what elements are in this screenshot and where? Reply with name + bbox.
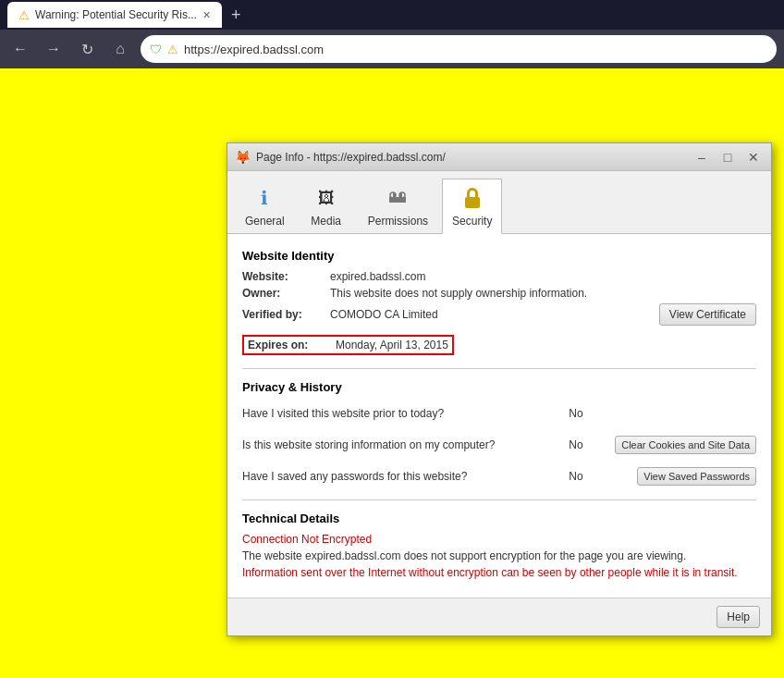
address-bar[interactable]: 🛡 ⚠ https://expired.badssl.com	[141, 35, 777, 63]
privacy-q1: Have I visited this website prior to tod…	[242, 407, 557, 420]
expires-value: Monday, April 13, 2015	[336, 339, 448, 351]
website-row: Website: expired.badssl.com	[242, 270, 756, 283]
expires-box: Expires on: Monday, April 13, 2015	[242, 335, 454, 355]
website-label: Website:	[242, 270, 330, 283]
verified-left: Verified by: COMODO CA Limited	[242, 308, 438, 321]
tab-security[interactable]: Security	[442, 179, 502, 234]
security-icon	[459, 185, 485, 211]
privacy-q3: Have I saved any passwords for this webs…	[242, 470, 557, 483]
active-tab[interactable]: ⚠ Warning: Potential Security Ris... ✕	[7, 2, 222, 28]
page-info-dialog: 🦊 Page Info - https://expired.badssl.com…	[227, 142, 772, 636]
tab-bar: ⚠ Warning: Potential Security Ris... ✕ +	[7, 2, 246, 28]
close-button[interactable]: ✕	[743, 147, 764, 167]
website-identity-title: Website Identity	[242, 249, 756, 263]
privacy-row-1: Have I visited this website prior to tod…	[242, 401, 756, 425]
owner-row: Owner: This website does not supply owne…	[242, 287, 756, 300]
privacy-a2: No	[557, 438, 594, 451]
tab-media[interactable]: 🖼 Media	[299, 179, 354, 233]
verified-label: Verified by:	[242, 308, 330, 321]
url-text: https://expired.badssl.com	[184, 43, 767, 56]
tab-close-button[interactable]: ✕	[202, 9, 211, 21]
browser-content: 🦊 Page Info - https://expired.badssl.com…	[0, 68, 784, 678]
technical-title: Technical Details	[242, 512, 756, 525]
browser-titlebar: ⚠ Warning: Potential Security Ris... ✕ +	[0, 0, 784, 30]
shield-icon: 🛡	[150, 43, 162, 56]
privacy-action-3[interactable]: View Saved Passwords	[594, 467, 756, 486]
dialog-footer: Help	[227, 598, 771, 635]
warning-icon: ⚠	[18, 8, 30, 22]
forward-button[interactable]: →	[41, 36, 67, 62]
tab-permissions[interactable]: Permissions	[358, 179, 438, 233]
warning-lock-icon: ⚠	[167, 43, 178, 56]
clear-cookies-button[interactable]: Clear Cookies and Site Data	[615, 436, 756, 454]
owner-label: Owner:	[242, 287, 330, 300]
owner-value: This website does not supply ownership i…	[330, 287, 587, 300]
firefox-icon: 🦊	[235, 150, 251, 165]
view-saved-passwords-button[interactable]: View Saved Passwords	[637, 467, 756, 486]
media-icon: 🖼	[313, 185, 339, 211]
reload-button[interactable]: ↻	[74, 36, 100, 62]
back-button[interactable]: ←	[7, 36, 33, 62]
verified-row: Verified by: COMODO CA Limited View Cert…	[242, 303, 756, 326]
dialog-titlebar: 🦊 Page Info - https://expired.badssl.com…	[227, 143, 771, 171]
divider-2	[242, 499, 756, 500]
home-button[interactable]: ⌂	[107, 36, 133, 62]
general-icon: ℹ	[251, 185, 277, 211]
privacy-row-2: Is this website storing information on m…	[242, 433, 756, 457]
dialog-body: Website Identity Website: expired.badssl…	[227, 234, 771, 598]
view-certificate-button[interactable]: View Certificate	[659, 303, 756, 326]
tab-security-label: Security	[452, 215, 492, 228]
minimize-button[interactable]: –	[692, 147, 712, 167]
verified-value: COMODO CA Limited	[330, 308, 438, 321]
tech-line2: Information sent over the Internet witho…	[242, 566, 756, 579]
new-tab-button[interactable]: +	[226, 6, 247, 25]
tab-general-label: General	[245, 215, 285, 228]
privacy-q2: Is this website storing information on m…	[242, 438, 557, 451]
tab-general[interactable]: ℹ General	[235, 179, 295, 233]
browser-toolbar: ← → ↻ ⌂ 🛡 ⚠ https://expired.badssl.com	[0, 30, 784, 68]
privacy-history-title: Privacy & History	[242, 380, 756, 394]
technical-section: Technical Details Connection Not Encrypt…	[242, 512, 756, 579]
tab-media-label: Media	[311, 215, 341, 228]
tab-title: Warning: Potential Security Ris...	[35, 8, 197, 21]
svg-rect-1	[389, 200, 406, 203]
website-value: expired.badssl.com	[330, 270, 425, 283]
tech-connection: Connection Not Encrypted	[242, 533, 756, 546]
dialog-tabs: ℹ General 🖼 Media Per	[227, 171, 771, 234]
expires-container: Expires on: Monday, April 13, 2015	[242, 331, 756, 357]
tech-line1: The website expired.badssl.com does not …	[242, 549, 756, 562]
dialog-title: Page Info - https://expired.badssl.com/	[256, 151, 686, 164]
privacy-action-2[interactable]: Clear Cookies and Site Data	[594, 436, 756, 454]
privacy-a3: No	[557, 470, 594, 483]
maximize-button[interactable]: □	[717, 147, 738, 167]
privacy-a1: No	[557, 407, 594, 420]
divider-1	[242, 368, 756, 369]
tab-permissions-label: Permissions	[368, 215, 428, 228]
privacy-row-3: Have I saved any passwords for this webs…	[242, 464, 756, 488]
help-button[interactable]: Help	[717, 606, 760, 628]
expires-label: Expires on:	[248, 339, 336, 351]
permissions-icon	[385, 185, 410, 211]
